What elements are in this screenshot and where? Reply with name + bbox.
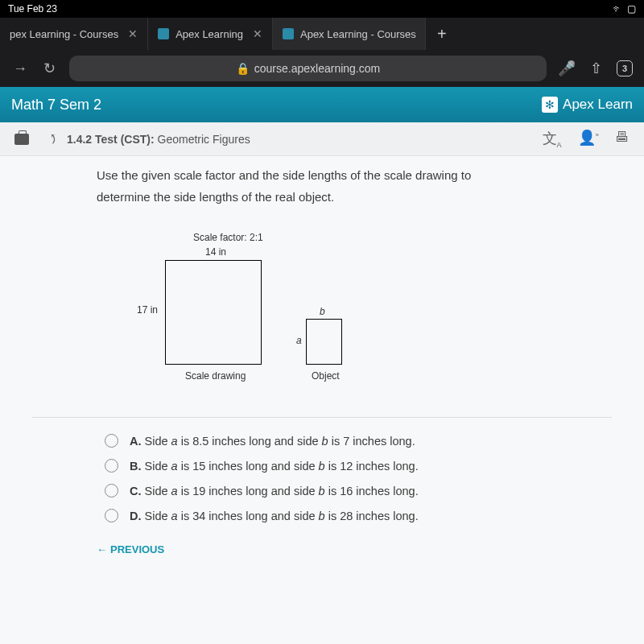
- figure: Scale factor: 2:1 14 in 17 in b a Scale …: [113, 232, 386, 393]
- up-arrow-icon[interactable]: ⤺: [46, 134, 61, 144]
- battery-icon: ▢: [627, 3, 636, 14]
- object-rect: [306, 319, 342, 365]
- tab-label: Apex Learning: [175, 28, 243, 40]
- tabs-button[interactable]: 3: [617, 60, 633, 76]
- new-tab-button[interactable]: +: [426, 25, 458, 43]
- close-icon[interactable]: ✕: [128, 27, 138, 40]
- close-icon[interactable]: ✕: [253, 27, 262, 40]
- share-icon[interactable]: ⇧: [590, 60, 602, 77]
- favicon-icon: [158, 28, 169, 39]
- object-caption: Object: [312, 370, 340, 382]
- browser-toolbar: → ↻ 🔒 course.apexlearning.com 🎤 ⇧ 3: [0, 50, 644, 87]
- brand-text: Apex Learn: [563, 97, 633, 113]
- radio-icon[interactable]: [105, 434, 118, 448]
- option-d[interactable]: D.Side a is 34 inches long and side b is…: [105, 509, 612, 522]
- browser-tab-1[interactable]: Apex Learning ✕: [148, 18, 273, 50]
- option-a[interactable]: A.Side a is 8.5 inches long and side b i…: [105, 434, 612, 448]
- scale-drawing-rect: [165, 260, 262, 365]
- crumb-title: Geometric Figures: [158, 133, 250, 146]
- question-prompt: Use the given scale factor and the side …: [97, 164, 612, 208]
- option-b[interactable]: B.Side a is 15 inches long and side b is…: [105, 459, 612, 473]
- browser-tab-2[interactable]: Apex Learning - Courses ✕: [273, 18, 426, 50]
- page-content: Use the given scale factor and the side …: [0, 156, 644, 644]
- top-length-label: 14 in: [205, 246, 226, 258]
- url-text: course.apexlearning.com: [254, 62, 380, 75]
- briefcase-icon[interactable]: [14, 134, 29, 145]
- course-title: Math 7 Sem 2: [11, 97, 101, 114]
- brand: Apex Learn: [542, 97, 633, 113]
- side-length-label: 17 in: [137, 304, 158, 316]
- option-text: B.Side a is 15 inches long and side b is…: [130, 460, 419, 473]
- answer-options: A.Side a is 8.5 inches long and side b i…: [105, 434, 612, 522]
- a-label: a: [296, 335, 302, 346]
- scale-drawing-caption: Scale drawing: [185, 370, 246, 382]
- forward-button[interactable]: →: [11, 60, 29, 77]
- mic-icon[interactable]: 🎤: [558, 60, 576, 77]
- tab-label: pex Learning - Courses: [10, 28, 118, 40]
- browser-tab-0[interactable]: pex Learning - Courses ✕: [0, 18, 148, 50]
- breadcrumb: ⤺ 1.4.2 Test (CST): Geometric Figures 文A…: [0, 122, 644, 156]
- arrow-left-icon: ←: [97, 543, 107, 555]
- reload-button[interactable]: ↻: [40, 60, 58, 77]
- previous-button[interactable]: ← PREVIOUS: [97, 543, 612, 555]
- option-text: A.Side a is 8.5 inches long and side b i…: [130, 435, 415, 448]
- divider: [32, 417, 612, 418]
- ipad-status-bar: Tue Feb 23 ᯤ ▢: [0, 0, 644, 18]
- address-bar[interactable]: 🔒 course.apexlearning.com: [69, 56, 547, 81]
- crumb-kind: Test (CST):: [95, 133, 158, 146]
- tab-label: Apex Learning - Courses: [300, 28, 416, 40]
- translate-icon[interactable]: 文A: [543, 129, 562, 149]
- read-aloud-icon[interactable]: 👤»: [578, 129, 599, 149]
- brand-icon: [542, 97, 558, 113]
- status-right: ᯤ ▢: [613, 3, 636, 14]
- browser-tab-strip: pex Learning - Courses ✕ Apex Learning ✕…: [0, 18, 644, 50]
- lock-icon: 🔒: [236, 62, 250, 75]
- favicon-icon: [283, 28, 294, 39]
- option-text: D.Side a is 34 inches long and side b is…: [130, 510, 419, 522]
- radio-icon[interactable]: [105, 459, 118, 473]
- radio-icon[interactable]: [105, 484, 118, 497]
- course-header: Math 7 Sem 2 Apex Learn: [0, 87, 644, 122]
- b-label: b: [320, 306, 325, 317]
- scale-factor-label: Scale factor: 2:1: [193, 232, 263, 243]
- crumb-code: 1.4.2: [67, 133, 95, 146]
- radio-icon[interactable]: [105, 509, 118, 522]
- option-c[interactable]: C.Side a is 19 inches long and side b is…: [105, 484, 612, 497]
- print-icon[interactable]: 🖶: [615, 129, 630, 149]
- wifi-icon: ᯤ: [613, 3, 622, 14]
- option-text: C.Side a is 19 inches long and side b is…: [130, 485, 419, 497]
- status-time: Tue Feb 23: [8, 3, 57, 14]
